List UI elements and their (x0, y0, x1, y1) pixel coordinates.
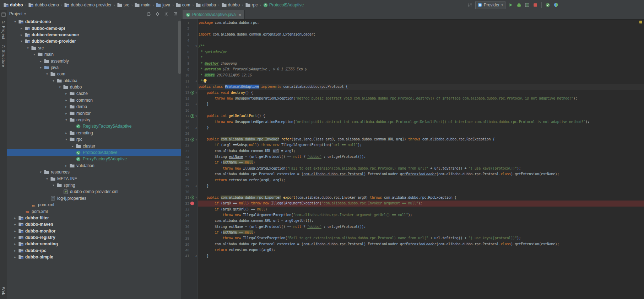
breadcrumb-item-java[interactable]: java (155, 2, 171, 7)
sync-arrows-icon[interactable] (467, 2, 473, 8)
expand-toggle-icon[interactable]: ▸ (64, 112, 69, 115)
breadcrumb-item-dubbo-demo-provider[interactable]: dubbo-demo-provider (64, 2, 112, 7)
debug-button[interactable] (516, 2, 522, 8)
code-line[interactable]: 1package com.alibaba.dubbo.rpc; (181, 20, 644, 26)
code-line[interactable]: 19∧ } (181, 125, 644, 130)
code-line[interactable]: 26 throw new IllegalStateException("Fail… (181, 166, 644, 171)
breadcrumb-item-dubbo[interactable]: dubbo (3, 2, 24, 7)
fold-marker-icon[interactable]: ∨ (195, 114, 198, 118)
code-line[interactable]: 17∨ public int getDefaultPort() { (181, 113, 644, 119)
close-tab-icon[interactable]: × (239, 12, 242, 17)
implementing-method-icon[interactable] (190, 91, 195, 95)
tree-item-dubbo-monitor[interactable]: ▸dubbo-monitor (7, 228, 181, 234)
tree-item-dubbo-rpc[interactable]: ▸dubbo-rpc (7, 247, 181, 254)
breakpoint-icon[interactable] (190, 201, 195, 205)
expand-toggle-icon[interactable]: ▸ (64, 98, 69, 102)
tree-item-dubbo-simple[interactable]: ▸dubbo-simple (7, 254, 181, 260)
fold-marker-icon[interactable]: ∨ (195, 138, 198, 141)
collapse-toggle-icon[interactable]: ▾ (44, 72, 50, 76)
code-line[interactable]: 5∨/** (181, 43, 644, 49)
code-line[interactable]: 9 * @version $Id: Protocol$Adaptive , v … (181, 66, 644, 72)
code-line[interactable]: 36 String extName = (url.getProtocol() =… (181, 224, 644, 230)
inspections-plugin-icon[interactable] (545, 2, 551, 8)
code-line[interactable]: 18 throw new UnsupportedOperationExcepti… (181, 119, 644, 125)
expand-toggle-icon[interactable]: ▸ (19, 33, 24, 37)
collapse-toggle-icon[interactable]: ▾ (38, 66, 43, 69)
settings-gear-icon[interactable] (163, 11, 169, 17)
collapse-all-icon[interactable] (172, 11, 178, 17)
expand-toggle-icon[interactable]: ▸ (12, 249, 18, 252)
run-button[interactable] (508, 2, 514, 8)
collapse-toggle-icon[interactable]: ▾ (19, 39, 24, 43)
tool-window-button-web[interactable]: Web (1, 287, 6, 295)
fold-marker-icon[interactable]: ∨ (195, 44, 198, 48)
code-line[interactable]: 13∨ public void destroy() { (181, 90, 644, 96)
collapse-toggle-icon[interactable]: ▾ (38, 170, 43, 174)
expand-toggle-icon[interactable]: ▸ (12, 216, 18, 220)
project-view-selector[interactable]: Project ▾ (9, 11, 26, 16)
code-line[interactable]: 11∧ */ (181, 78, 644, 84)
tree-item-dubbo-demo-provider[interactable]: ▾dubbo-demo-provider (7, 38, 181, 44)
code-line[interactable]: 6 * <p>todo</p> (181, 49, 644, 55)
code-line[interactable]: 37 if (extName == null) (181, 230, 644, 235)
code-line[interactable]: 29∧ } (181, 183, 644, 189)
collapse-toggle-icon[interactable]: ▾ (64, 138, 69, 141)
intention-bulb-icon[interactable] (203, 79, 207, 84)
tree-item-log4j-properties[interactable]: log4j.properties (7, 195, 181, 202)
fold-marker-icon[interactable]: ∧ (195, 126, 198, 129)
tree-item-demo[interactable]: ▸demo (7, 103, 181, 110)
tree-scrollbar-thumb[interactable] (178, 21, 181, 74)
code-line[interactable]: 8 * @author zhaoyong (181, 61, 644, 66)
collapse-toggle-icon[interactable]: ▾ (51, 79, 56, 82)
expand-toggle-icon[interactable]: ▸ (12, 236, 18, 239)
expand-toggle-icon[interactable]: ▸ (64, 105, 69, 108)
run-config-selector[interactable]: Provider ▾ (475, 1, 505, 9)
tree-item-assembly[interactable]: ▸assembly (7, 58, 181, 64)
code-line[interactable]: 28 return extension.refer(arg0, arg1); (181, 177, 644, 183)
code-line[interactable]: 22 if (arg1 ==&nbsp;null) throw new Ille… (181, 142, 644, 148)
stop-button[interactable] (532, 2, 538, 8)
breadcrumb-item-protocol-adaptive[interactable]: CProtocol$Adaptive (263, 2, 304, 7)
implementing-method-icon[interactable] (190, 196, 195, 200)
expand-toggle-icon[interactable]: ▸ (64, 92, 69, 95)
tree-item-java[interactable]: ▾java (7, 64, 181, 71)
tree-item-dubbo[interactable]: ▾dubbo (7, 84, 181, 90)
collapse-toggle-icon[interactable]: ▾ (32, 53, 37, 56)
expand-toggle-icon[interactable]: ▸ (12, 242, 18, 246)
code-line[interactable]: 16 (181, 107, 644, 113)
fold-marker-icon[interactable]: ∨ (195, 196, 198, 199)
code-line[interactable]: 2 (181, 26, 644, 31)
collapse-toggle-icon[interactable]: ▾ (44, 177, 50, 181)
tree-item-registry[interactable]: ▾registry (7, 117, 181, 123)
breadcrumb-item-main[interactable]: main (134, 2, 151, 7)
tree-item-dubbo-maven[interactable]: ▸dubbo-maven (7, 221, 181, 228)
implementing-method-icon[interactable] (190, 137, 195, 142)
expand-toggle-icon[interactable]: ▸ (12, 229, 18, 233)
code-line[interactable]: 34 throw new IllegalArgumentException("c… (181, 212, 644, 218)
tree-item-dubbo-demo[interactable]: ▾dubbo-demo (7, 18, 181, 25)
collapse-toggle-icon[interactable]: ▾ (25, 46, 31, 50)
tree-item-spring[interactable]: ▾spring (7, 182, 181, 188)
tree-item-main[interactable]: ▾main (7, 51, 181, 58)
tree-item-dubbo-filter[interactable]: ▸dubbo-filter (7, 215, 181, 221)
sync-view-icon[interactable] (146, 11, 151, 17)
expand-toggle-icon[interactable]: ▸ (38, 59, 43, 63)
tree-item-rpc[interactable]: ▾rpc (7, 136, 181, 143)
tree-item-monitor[interactable]: ▸monitor (7, 110, 181, 116)
code-line[interactable]: 4 (181, 37, 644, 43)
code-line[interactable]: 25 if (extName == null) (181, 160, 644, 165)
code-line[interactable]: 3import com.alibaba.dubbo.common.extensi… (181, 32, 644, 37)
expand-toggle-icon[interactable]: ▸ (19, 27, 24, 30)
tree-item-pom-xml[interactable]: mpom.xml (7, 208, 181, 214)
breadcrumb-item-dubbo-demo[interactable]: dubbo-demo (28, 2, 59, 7)
tree-item-dubbo-demo-api[interactable]: ▸dubbo-demo-api (7, 25, 181, 31)
tree-item-cluster[interactable]: ▸cluster (7, 143, 181, 149)
code-line[interactable]: 32 if (arg0 == null) throw new IllegalAr… (181, 201, 644, 206)
code-line[interactable]: 15∧ } (181, 101, 644, 107)
code-line[interactable]: 21∨ public com.alibaba.dubbo.rpc.Invoker… (181, 137, 644, 142)
fold-marker-icon[interactable]: ∨ (195, 91, 198, 94)
code-line[interactable]: 24 String extName = (url.getProtocol() =… (181, 154, 644, 160)
tool-window-button-structure[interactable]: 7: Structure (1, 45, 6, 67)
breadcrumb-item-rpc[interactable]: rpc (245, 2, 259, 7)
code-line[interactable]: 27 com.alibaba.dubbo.rpc.Protocol extens… (181, 171, 644, 177)
